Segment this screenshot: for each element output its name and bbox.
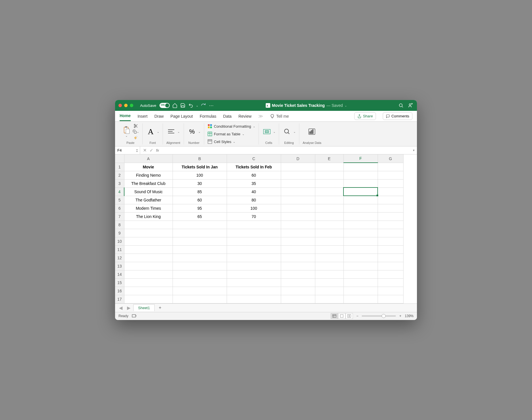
cell-G10[interactable] [378,237,403,245]
font-button[interactable]: A [146,126,155,137]
cell-F9[interactable] [343,229,378,237]
cell-C10[interactable] [227,237,281,245]
row-header-10[interactable]: 10 [115,237,124,245]
redo-icon[interactable] [200,103,206,108]
cell-D4[interactable] [281,187,315,196]
title-dropdown[interactable]: ⌄ [345,104,347,107]
fx-icon[interactable]: fx [156,148,159,152]
cell-E11[interactable] [315,245,343,254]
comments-button[interactable]: Comments [383,112,412,120]
cells-button[interactable] [262,126,271,137]
page-break-view[interactable] [345,313,353,319]
cell-D8[interactable] [281,221,315,229]
cell-F13[interactable] [343,262,378,270]
name-box[interactable]: F4 ▴▾ [115,146,140,154]
cell-F16[interactable] [343,287,378,295]
cell-A16[interactable] [124,287,173,295]
cell-D6[interactable] [281,204,315,212]
cell-D1[interactable] [281,163,315,171]
tell-me[interactable]: Tell me [270,114,289,119]
row-header-3[interactable]: 3 [115,179,124,187]
cell-styles[interactable]: Cell Styles⌄ [208,139,235,144]
row-header-9[interactable]: 9 [115,229,124,237]
cell-E3[interactable] [315,179,343,187]
cancel-formula-icon[interactable]: ✕ [143,148,147,153]
formula-expand[interactable]: ▾ [411,148,417,152]
tab-review[interactable]: Review [238,112,251,121]
cut-icon[interactable] [133,123,139,129]
share-button[interactable]: Share [354,112,376,120]
undo-icon[interactable] [188,103,194,108]
cell-C17[interactable] [227,295,281,303]
row-header-8[interactable]: 8 [115,221,124,229]
row-header-7[interactable]: 7 [115,212,124,221]
cell-E12[interactable] [315,254,343,262]
format-painter-icon[interactable] [133,135,139,140]
cell-G17[interactable] [378,295,403,303]
tab-draw[interactable]: Draw [154,112,164,121]
sheet-tab[interactable]: Sheet1 [133,304,155,311]
cell-D5[interactable] [281,196,315,204]
cell-B1[interactable]: Tickets Sold In Jan [173,163,227,171]
cell-A13[interactable] [124,262,173,270]
minimize-window[interactable] [124,104,128,107]
cell-G4[interactable] [378,187,403,196]
cell-A10[interactable] [124,237,173,245]
row-header-2[interactable]: 2 [115,171,124,179]
cell-B12[interactable] [173,254,227,262]
cell-G14[interactable] [378,270,403,278]
undo-dropdown[interactable]: ⌄ [196,104,198,107]
cell-D3[interactable] [281,179,315,187]
col-header-D[interactable]: D [281,154,315,163]
tab-formulas[interactable]: Formulas [200,112,216,121]
cell-E1[interactable] [315,163,343,171]
zoom-out[interactable]: − [356,314,358,318]
cell-D15[interactable] [281,278,315,287]
cell-B9[interactable] [173,229,227,237]
cell-A6[interactable]: Modern Times [124,204,173,212]
zoom-slider[interactable] [362,315,396,317]
cell-A9[interactable] [124,229,173,237]
cell-F7[interactable] [343,212,378,221]
cell-F6[interactable] [343,204,378,212]
cell-F2[interactable] [343,171,378,179]
zoom-in[interactable]: + [399,314,401,318]
cell-D17[interactable] [281,295,315,303]
cell-G1[interactable] [378,163,403,171]
cell-C6[interactable]: 100 [227,204,281,212]
conditional-formatting[interactable]: Conditional Formatting⌄ [208,123,255,129]
cell-C12[interactable] [227,254,281,262]
cell-B17[interactable] [173,295,227,303]
home-icon[interactable] [172,103,178,108]
cell-C1[interactable]: Tickets Sold In Feb [227,163,281,171]
cell-E13[interactable] [315,262,343,270]
cell-D9[interactable] [281,229,315,237]
select-all-corner[interactable] [115,154,124,163]
cell-F1[interactable] [343,163,378,171]
cell-E15[interactable] [315,278,343,287]
col-header-G[interactable]: G [378,154,403,163]
namebox-stepper[interactable]: ▴▾ [136,148,138,152]
cell-A12[interactable] [124,254,173,262]
cell-E17[interactable] [315,295,343,303]
cell-F5[interactable] [343,196,378,204]
cell-B3[interactable]: 30 [173,179,227,187]
sheet-prev[interactable]: ◀ [117,305,124,311]
cell-C3[interactable]: 35 [227,179,281,187]
row-header-13[interactable]: 13 [115,262,124,270]
cell-G13[interactable] [378,262,403,270]
cell-C11[interactable] [227,245,281,254]
cell-A4[interactable]: Sound Of Music [124,187,173,196]
cell-B5[interactable]: 60 [173,196,227,204]
row-header-15[interactable]: 15 [115,278,124,287]
cell-G12[interactable] [378,254,403,262]
cell-A14[interactable] [124,270,173,278]
cell-E16[interactable] [315,287,343,295]
tab-data[interactable]: Data [223,112,232,121]
cell-G2[interactable] [378,171,403,179]
cell-G8[interactable] [378,221,403,229]
cell-F12[interactable] [343,254,378,262]
editing-button[interactable] [283,126,292,137]
analyse-button[interactable] [307,126,316,137]
col-header-B[interactable]: B [173,154,227,163]
